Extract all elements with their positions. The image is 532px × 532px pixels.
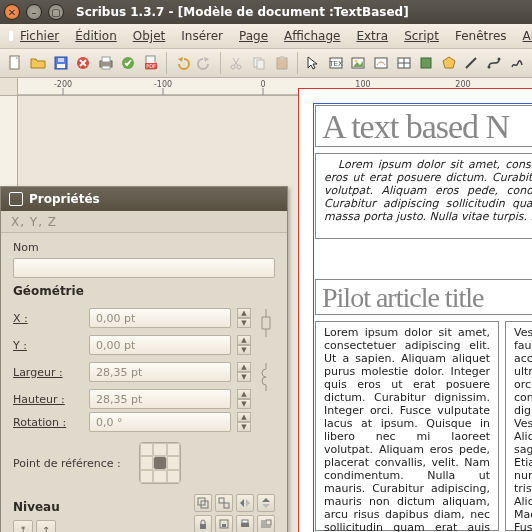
svg-text:-200: -200 (54, 80, 72, 89)
input-rotation[interactable]: 0,0 ° (89, 412, 231, 432)
svg-marker-30 (443, 57, 455, 68)
spin-rotation[interactable]: ▲▼ (237, 412, 251, 432)
textflow-button[interactable] (257, 515, 275, 532)
subheading-frame[interactable]: Pilot article title (315, 279, 532, 315)
svg-rect-27 (375, 58, 387, 68)
redo-button[interactable] (196, 52, 215, 74)
image-frame-tool[interactable] (349, 52, 368, 74)
preflight-button[interactable] (119, 52, 138, 74)
level-up-button[interactable]: ↑ (36, 520, 56, 532)
open-button[interactable] (29, 52, 48, 74)
svg-rect-29 (421, 58, 431, 68)
group-button[interactable] (194, 494, 212, 512)
window-close-button[interactable]: ✕ (4, 4, 20, 20)
input-height[interactable]: 28,35 pt (89, 389, 231, 409)
properties-titlebar[interactable]: Propriétés (1, 187, 287, 211)
page[interactable]: A text based N Lorem ipsum dolor sit ame… (298, 88, 532, 532)
menu-page[interactable]: Page (233, 27, 274, 45)
label-y: Y : (13, 339, 83, 352)
svg-rect-57 (242, 520, 248, 523)
window-maximize-button[interactable]: ▢ (48, 4, 64, 20)
svg-point-26 (355, 60, 358, 63)
svg-rect-58 (266, 520, 271, 525)
shape-tool[interactable] (417, 52, 436, 74)
svg-marker-21 (308, 57, 317, 69)
svg-point-33 (498, 58, 501, 61)
table-tool[interactable] (394, 52, 413, 74)
refpoint-center[interactable] (153, 456, 166, 469)
svg-marker-14 (204, 57, 209, 62)
svg-rect-7 (102, 57, 110, 62)
window-title: Scribus 1.3.7 - [Modèle de document :Tex… (76, 5, 409, 19)
name-input[interactable] (13, 258, 275, 278)
svg-rect-55 (222, 524, 226, 527)
menu-help[interactable]: Aide (517, 27, 532, 45)
menu-object[interactable]: Objet (127, 27, 171, 45)
input-width[interactable]: 28,35 pt (89, 362, 231, 382)
svg-rect-4 (58, 58, 64, 62)
menu-insert[interactable]: Insérer (175, 27, 229, 45)
lock-icon[interactable] (257, 314, 275, 332)
render-frame-tool[interactable] (372, 52, 391, 74)
svg-rect-56 (241, 523, 249, 527)
svg-point-32 (488, 66, 491, 69)
copy-button[interactable] (250, 52, 269, 74)
lock-button[interactable] (194, 515, 212, 532)
label-rotation: Rotation : (13, 416, 83, 429)
paste-button[interactable] (272, 52, 291, 74)
spin-width[interactable]: ▲▼ (237, 362, 251, 382)
save-button[interactable] (51, 52, 70, 74)
svg-rect-53 (200, 524, 206, 529)
svg-rect-48 (224, 503, 229, 508)
window-minimize-button[interactable]: – (26, 4, 42, 20)
menu-windows[interactable]: Fenêtres (449, 27, 513, 45)
svg-text:0: 0 (260, 80, 265, 89)
spin-height[interactable]: ▲▼ (237, 389, 251, 409)
column2-frame[interactable]: Vestibulum in faucibus lorem accumsan ul… (505, 321, 532, 531)
select-tool[interactable] (304, 52, 323, 74)
svg-rect-18 (257, 60, 264, 69)
menubar: Fichier Édition Objet Insérer Page Affic… (0, 24, 532, 48)
menu-display[interactable]: Affichage (278, 27, 346, 45)
new-doc-button[interactable] (6, 52, 25, 74)
ungroup-button[interactable] (215, 494, 233, 512)
line-tool[interactable] (462, 52, 481, 74)
link-icon[interactable] (257, 368, 275, 386)
label-refpoint: Point de référence : (13, 457, 133, 470)
toolbar-separator (220, 52, 221, 74)
text-frame-tool[interactable]: TEX (326, 52, 345, 74)
label-width: Largeur : (13, 366, 83, 379)
print-button[interactable] (96, 52, 115, 74)
polygon-tool[interactable] (440, 52, 459, 74)
flip-h-button[interactable] (236, 494, 254, 512)
level-top-button[interactable]: ⤒ (13, 520, 33, 532)
input-y[interactable]: 0,00 pt (89, 335, 231, 355)
close-button[interactable] (74, 52, 93, 74)
spin-x[interactable]: ▲▼ (237, 308, 251, 328)
column1-frame[interactable]: Lorem ipsum dolor sit amet, consectetuer… (315, 321, 499, 531)
menu-edit[interactable]: Édition (69, 27, 123, 45)
svg-marker-50 (246, 499, 250, 507)
bezier-tool[interactable] (485, 52, 504, 74)
cut-button[interactable] (227, 52, 246, 74)
menu-script[interactable]: Script (398, 27, 445, 45)
print-enable-button[interactable] (236, 515, 254, 532)
intro-frame[interactable]: Lorem ipsum dolor sit amet, consectetuer… (315, 153, 532, 239)
flip-v-button[interactable] (257, 494, 275, 512)
tab-xyz[interactable]: X, Y, Z (1, 211, 287, 233)
heading-frame[interactable]: A text based N (315, 105, 532, 147)
spin-y[interactable]: ▲▼ (237, 335, 251, 355)
input-x[interactable]: 0,00 pt (89, 308, 231, 328)
svg-rect-20 (280, 56, 284, 59)
undo-button[interactable] (173, 52, 192, 74)
refpoint-grid[interactable] (139, 442, 181, 484)
export-pdf-button[interactable]: PDF (142, 52, 161, 74)
locksize-button[interactable] (215, 515, 233, 532)
properties-icon (9, 192, 23, 206)
menu-file[interactable]: Fichier (14, 27, 65, 45)
menu-extra[interactable]: Extra (350, 27, 394, 45)
svg-marker-49 (240, 499, 244, 507)
freehand-tool[interactable] (507, 52, 526, 74)
toolbar-separator (297, 52, 298, 74)
properties-panel[interactable]: Propriétés X, Y, Z Nom Géométrie X : 0,0… (0, 186, 288, 532)
